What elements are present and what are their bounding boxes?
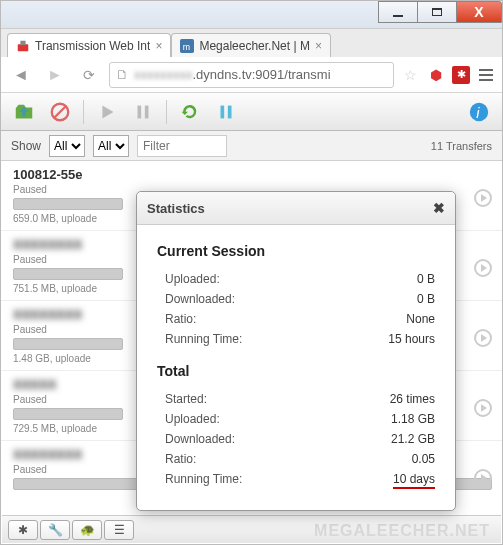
dialog-close-button[interactable]: ✖ [433, 200, 445, 216]
stat-row-downloaded: Downloaded:21.2 GB [157, 429, 435, 449]
stat-row-uploaded: Uploaded:0 B [157, 269, 435, 289]
state-filter-select[interactable]: All [49, 135, 85, 157]
torrent-name: XXXXXXXX [13, 307, 82, 322]
progress-bar [13, 408, 123, 420]
browser-toolbar: ◄ ► ⟳ 🗋 xxxxxxxxx .dyndns.tv:9091/transm… [1, 57, 502, 93]
svg-line-5 [55, 106, 66, 117]
browser-tab-megaleecher[interactable]: m Megaleecher.Net | M × [171, 33, 331, 57]
stat-row-running: Running Time:15 hours [157, 329, 435, 349]
settings-button[interactable]: ✱ [8, 520, 38, 540]
remove-torrent-button[interactable] [45, 98, 75, 126]
transmission-icon [16, 39, 30, 53]
url-blurred-part: xxxxxxxxx [134, 67, 193, 82]
torrent-name: XXXXXXXX [13, 447, 82, 462]
stat-row-uploaded: Uploaded:1.18 GB [157, 409, 435, 429]
progress-bar [13, 198, 123, 210]
preferences-button[interactable]: 🔧 [40, 520, 70, 540]
svg-rect-1 [20, 40, 25, 44]
stat-row-started: Started:26 times [157, 389, 435, 409]
dialog-body: Current Session Uploaded:0 B Downloaded:… [137, 225, 455, 510]
open-torrent-button[interactable] [9, 98, 39, 126]
pause-button[interactable] [128, 98, 158, 126]
transmission-toolbar: i [1, 93, 502, 131]
resume-icon[interactable] [474, 469, 492, 487]
filter-input[interactable] [137, 135, 227, 157]
browser-menu-button[interactable] [476, 65, 496, 85]
reload-button[interactable]: ⟳ [75, 61, 103, 89]
transmission-footer: ✱ 🔧 🐢 ☰ [2, 515, 501, 543]
stat-row-ratio: Ratio:None [157, 309, 435, 329]
svg-rect-7 [145, 105, 149, 118]
compact-view-button[interactable]: ☰ [104, 520, 134, 540]
filter-bar: Show All All 11 Transfers [1, 131, 502, 161]
progress-bar [13, 268, 123, 280]
window-titlebar: X [1, 1, 502, 29]
browser-tab-strip: Transmission Web Int × m Megaleecher.Net… [1, 29, 502, 57]
window-minimize-button[interactable] [378, 1, 418, 23]
tab-close-icon[interactable]: × [155, 39, 162, 53]
turtle-mode-button[interactable]: 🐢 [72, 520, 102, 540]
svg-rect-0 [18, 44, 29, 51]
dialog-header: Statistics ✖ [137, 192, 455, 225]
bookmark-star-icon[interactable]: ☆ [400, 65, 420, 85]
svg-rect-9 [228, 105, 232, 118]
tracker-filter-select[interactable]: All [93, 135, 129, 157]
show-label: Show [11, 139, 41, 153]
torrent-name: XXXXXXXX [13, 237, 82, 252]
site-icon: m [180, 39, 194, 53]
torrent-name: 100812-55e [13, 167, 492, 182]
window-maximize-button[interactable] [417, 1, 457, 23]
resume-icon[interactable] [474, 399, 492, 417]
url-visible-part: .dyndns.tv:9091/transmi [193, 67, 331, 82]
resume-icon[interactable] [474, 189, 492, 207]
svg-rect-8 [221, 105, 225, 118]
window-close-button[interactable]: X [456, 1, 502, 23]
resume-icon[interactable] [474, 329, 492, 347]
toolbar-separator [83, 100, 84, 124]
start-button[interactable] [92, 98, 122, 126]
extension-lastpass-icon[interactable]: ✱ [452, 66, 470, 84]
tab-title: Megaleecher.Net | M [199, 39, 310, 53]
session-heading: Current Session [157, 243, 435, 259]
info-button[interactable]: i [464, 98, 494, 126]
total-heading: Total [157, 363, 435, 379]
tab-close-icon[interactable]: × [315, 39, 322, 53]
browser-tab-transmission[interactable]: Transmission Web Int × [7, 33, 171, 57]
transfer-count: 11 Transfers [431, 140, 492, 152]
stat-row-running: Running Time:10 days [157, 469, 435, 492]
dialog-title: Statistics [147, 201, 205, 216]
forward-button[interactable]: ► [41, 61, 69, 89]
back-button[interactable]: ◄ [7, 61, 35, 89]
toolbar-separator [166, 100, 167, 124]
start-all-button[interactable] [175, 98, 205, 126]
torrent-name: XXXXX [13, 377, 56, 392]
tab-title: Transmission Web Int [35, 39, 150, 53]
svg-text:m: m [183, 41, 190, 51]
statistics-dialog: Statistics ✖ Current Session Uploaded:0 … [136, 191, 456, 511]
stat-row-ratio: Ratio:0.05 [157, 449, 435, 469]
address-bar[interactable]: 🗋 xxxxxxxxx .dyndns.tv:9091/transmi [109, 62, 394, 88]
pause-all-button[interactable] [211, 98, 241, 126]
resume-icon[interactable] [474, 259, 492, 277]
stat-row-downloaded: Downloaded:0 B [157, 289, 435, 309]
extension-adblock-icon[interactable]: ⬢ [426, 65, 446, 85]
progress-bar [13, 338, 123, 350]
page-icon: 🗋 [116, 67, 129, 82]
svg-rect-6 [138, 105, 142, 118]
